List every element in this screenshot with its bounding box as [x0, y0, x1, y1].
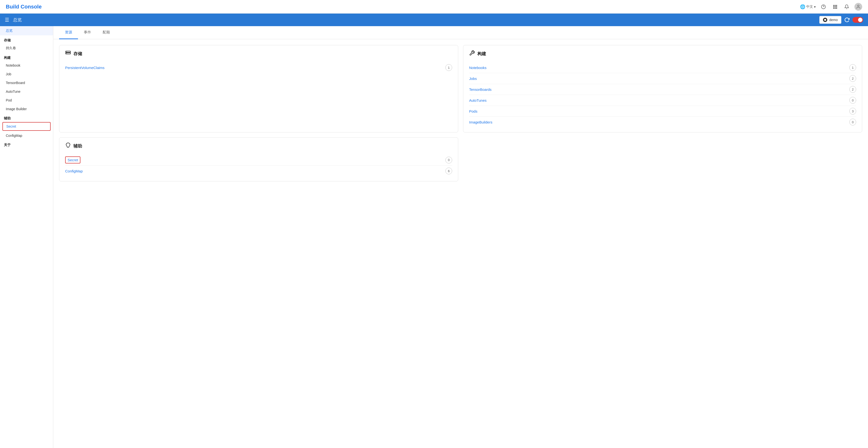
- configmap-link[interactable]: ConfigMap: [65, 169, 83, 173]
- sidebar-item-notebook[interactable]: Notebook: [0, 61, 53, 70]
- tab-resources[interactable]: 资源: [59, 26, 78, 39]
- refresh-button[interactable]: [844, 17, 849, 23]
- jobs-count: 2: [849, 75, 856, 82]
- imagebuilders-row: ImageBuilders 0: [469, 117, 856, 127]
- imagebuilders-link[interactable]: ImageBuilders: [469, 120, 492, 124]
- autotunes-count: 0: [849, 97, 856, 104]
- pods-count: 3: [849, 108, 856, 115]
- assistant-icon: [65, 142, 71, 150]
- build-card: 构建 Notebooks 1 Jobs 2 TensorBoa: [463, 45, 862, 132]
- secret-row: Secret 0: [65, 155, 452, 166]
- build-card-title: 构建: [477, 51, 486, 57]
- cards-area: 存储 PersistentVolumeClaims 1: [53, 39, 868, 187]
- sidebar-item-imagebuilder[interactable]: Image Builder: [0, 105, 53, 113]
- svg-rect-8: [833, 8, 834, 9]
- notebooks-count: 1: [849, 64, 856, 71]
- svg-point-15: [66, 53, 67, 54]
- assistant-card: 辅助 Secret 0 ConfigMap 6: [59, 137, 458, 181]
- sidebar-item-job[interactable]: Job: [0, 70, 53, 78]
- sidebar-item-pvc[interactable]: 持久卷: [0, 43, 53, 53]
- svg-point-14: [66, 52, 67, 52]
- app-title: Build Console: [6, 4, 42, 10]
- grid-icon[interactable]: [831, 3, 839, 11]
- jobs-link[interactable]: Jobs: [469, 76, 477, 81]
- namespace-selector[interactable]: demo: [819, 16, 841, 24]
- sub-header: ☰ 总览 demo: [0, 13, 868, 26]
- pvc-link[interactable]: PersistentVolumeClaims: [65, 66, 104, 70]
- pods-link[interactable]: Pods: [469, 109, 477, 113]
- translate-icon: 🌐: [800, 4, 805, 9]
- tensorboards-row: TensorBoards 2: [469, 84, 856, 95]
- tensorboards-count: 2: [849, 86, 856, 93]
- tensorboards-link[interactable]: TensorBoards: [469, 88, 492, 92]
- pods-row: Pods 3: [469, 106, 856, 117]
- autotunes-row: AutoTunes 0: [469, 95, 856, 106]
- avatar[interactable]: [855, 3, 862, 11]
- svg-rect-2: [833, 5, 834, 6]
- svg-rect-6: [835, 6, 836, 7]
- sidebar-section-assistant: 辅助: [0, 113, 53, 122]
- sidebar-section-build: 构建: [0, 53, 53, 61]
- sub-header-left: ☰ 总览: [5, 17, 22, 23]
- assistant-card-header: 辅助: [65, 142, 452, 150]
- build-card-header: 构建: [469, 50, 856, 57]
- svg-rect-9: [835, 8, 836, 9]
- language-selector[interactable]: 🌐 中文 ▾: [800, 4, 816, 9]
- sidebar-section-about: 关于: [0, 140, 53, 148]
- namespace-dot-icon: [823, 18, 827, 22]
- toggle-switch[interactable]: [852, 17, 863, 23]
- notebooks-link[interactable]: Notebooks: [469, 66, 487, 70]
- tab-bar: 资源 事件 配额: [53, 26, 868, 39]
- tab-events[interactable]: 事件: [78, 26, 97, 39]
- sidebar-section-storage: 存储: [0, 35, 53, 43]
- secret-link[interactable]: Secret: [65, 156, 81, 163]
- sidebar-item-secret[interactable]: Secret: [2, 122, 51, 131]
- main-layout: 总览 存储 持久卷 构建 Notebook Job TensorBoard Au…: [0, 26, 868, 448]
- secret-count: 0: [445, 157, 452, 163]
- main-content: 资源 事件 配额 存储: [53, 26, 868, 448]
- storage-icon: [65, 50, 71, 57]
- pvc-item: PersistentVolumeClaims 1: [65, 62, 452, 73]
- notebooks-row: Notebooks 1: [469, 62, 856, 73]
- imagebuilders-count: 0: [849, 119, 856, 125]
- namespace-label: demo: [829, 18, 838, 22]
- svg-rect-4: [836, 5, 837, 6]
- lang-label: 中文: [806, 5, 813, 9]
- autotunes-link[interactable]: AutoTunes: [469, 98, 487, 102]
- sidebar-item-autotune[interactable]: AutoTune: [0, 87, 53, 96]
- storage-card: 存储 PersistentVolumeClaims 1: [59, 45, 458, 132]
- bell-icon[interactable]: [843, 3, 850, 11]
- sidebar: 总览 存储 持久卷 构建 Notebook Job TensorBoard Au…: [0, 26, 53, 448]
- pvc-count: 1: [445, 64, 452, 71]
- svg-point-11: [858, 5, 859, 6]
- svg-rect-5: [833, 6, 834, 7]
- assistant-card-title: 辅助: [73, 143, 82, 149]
- sidebar-item-tensorboard[interactable]: TensorBoard: [0, 78, 53, 87]
- storage-card-title: 存储: [73, 51, 82, 57]
- hamburger-menu[interactable]: ☰: [5, 17, 9, 23]
- chevron-down-icon: ▾: [814, 5, 816, 9]
- sidebar-item-pod[interactable]: Pod: [0, 96, 53, 105]
- tab-quota[interactable]: 配额: [97, 26, 116, 39]
- build-icon: [469, 50, 475, 57]
- svg-rect-10: [836, 8, 837, 9]
- help-button[interactable]: [819, 3, 827, 11]
- configmap-count: 6: [445, 167, 452, 174]
- sub-header-title: 总览: [13, 17, 22, 23]
- jobs-row: Jobs 2: [469, 73, 856, 84]
- sub-header-right: demo: [819, 16, 863, 24]
- header-right: 🌐 中文 ▾: [800, 3, 862, 11]
- svg-rect-3: [835, 5, 836, 6]
- pvc-row: PersistentVolumeClaims 1: [65, 62, 452, 73]
- configmap-row: ConfigMap 6: [65, 166, 452, 176]
- top-header: Build Console 🌐 中文 ▾: [0, 0, 868, 13]
- storage-card-header: 存储: [65, 50, 452, 57]
- svg-rect-7: [836, 6, 837, 7]
- sidebar-item-configmap[interactable]: ConfigMap: [0, 131, 53, 140]
- sidebar-item-overview[interactable]: 总览: [0, 26, 53, 35]
